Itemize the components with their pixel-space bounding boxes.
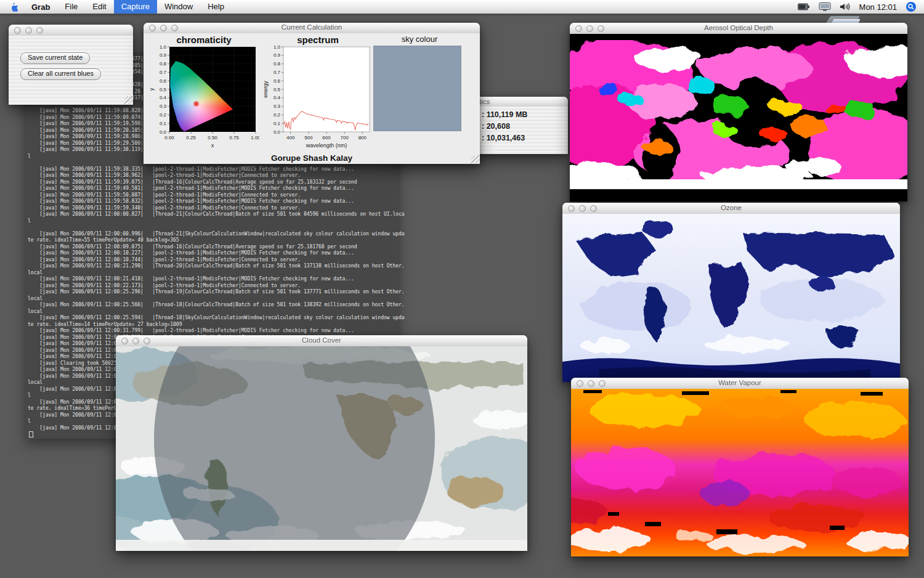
state-content: Save current state Clear all current blu… [9,36,133,105]
water-vapour-map [571,389,909,556]
svg-text:0.7: 0.7 [160,70,167,75]
aerosol-map [570,34,907,201]
state-titlebar[interactable] [9,25,133,36]
menu-item-edit[interactable]: Edit [85,0,113,14]
svg-text:0.4: 0.4 [160,95,167,100]
svg-text:700: 700 [340,135,349,140]
white-point-marker [194,102,198,106]
svg-text:0.25: 0.25 [186,135,196,140]
ozone-titlebar[interactable]: Ozone [562,203,900,214]
cloud-cover-titlebar[interactable]: Cloud Cover [116,335,527,347]
ozone-map [562,214,900,382]
svg-text:0.75: 0.75 [229,135,239,140]
sky-colour-swatch [373,46,461,131]
svg-text:400: 400 [286,135,295,140]
volume-icon[interactable] [840,2,851,11]
menu-item-file[interactable]: File [57,0,85,14]
save-current-state-button[interactable]: Save current state [20,52,90,64]
calc-footer-text: Gorupe Shash Kalay [144,153,480,163]
aerosol-titlebar[interactable]: Aerosol Optical Depth [570,23,907,35]
svg-text:wavelength (nm): wavelength (nm) [306,142,347,149]
svg-text:1.00: 1.00 [251,135,259,140]
window-aerosol: Aerosol Optical Depth [570,23,907,201]
spotlight-icon[interactable] [906,1,917,12]
svg-text:x: x [211,142,214,149]
svg-text:1.0: 1.0 [160,46,167,50]
menu-app-name[interactable]: Grab [24,2,57,12]
display-icon[interactable] [819,2,831,11]
svg-text:1.0: 1.0 [274,46,281,50]
calc-content: chromaticity 0.00.10.20.30.40.50.60.70.8… [144,33,480,164]
svg-text:0.3: 0.3 [274,104,281,109]
traffic-lights [14,27,43,34]
svg-text:0.4: 0.4 [274,95,281,100]
svg-text:0.6: 0.6 [160,78,167,84]
chromaticity-panel: chromaticity 0.00.10.20.30.40.50.60.70.8… [148,35,259,161]
menu-item-window[interactable]: Window [157,0,200,14]
desktop: Grab FileEditCaptureWindowHelp Mon 12:01 [0,0,924,578]
stats-rows: : 110,119 MB: 20,608: 10,031,463 [482,110,527,145]
svg-text:energy: energy [262,81,269,98]
window-cloud-cover: Cloud Cover [116,335,527,551]
svg-text:0.8: 0.8 [160,61,167,67]
menu-items: FileEditCaptureWindowHelp [57,0,232,14]
minimize-button[interactable] [25,27,32,34]
svg-text:0.5: 0.5 [160,87,167,92]
svg-text:0.00: 0.00 [164,135,174,140]
menu-item-help[interactable]: Help [200,0,232,14]
svg-text:0.0: 0.0 [274,129,281,135]
water-vapour-titlebar[interactable]: Water Vapour [571,378,909,389]
window-title: Aerosol Optical Depth [570,24,907,31]
cloud-cover-map [116,346,527,551]
window-state: Save current state Clear all current blu… [9,25,133,105]
svg-text:0.1: 0.1 [274,121,281,126]
window-current-calculation: Current Calculation chromaticity 0.00.10… [144,23,480,164]
svg-text:y: y [148,88,155,91]
window-title: Ozone [562,204,900,211]
zoom-button[interactable] [36,27,43,34]
window-title: Cloud Cover [116,336,527,344]
calc-titlebar[interactable]: Current Calculation [144,23,480,34]
svg-text:0.0: 0.0 [160,129,167,135]
spectrum-label: spectrum [262,35,373,46]
window-title: tics [479,98,490,105]
resize-grip[interactable] [124,96,132,104]
svg-text:0.6: 0.6 [274,78,281,84]
svg-text:0.8: 0.8 [274,61,281,67]
svg-text:0.2: 0.2 [274,112,281,118]
resize-grip[interactable] [471,155,479,163]
apple-icon [9,2,18,12]
chromaticity-label: chromaticity [148,35,259,46]
window-water-vapour: Water Vapour [571,378,909,556]
window-ozone: Ozone [562,203,900,382]
battery-icon[interactable] [798,3,810,10]
svg-text:0.2: 0.2 [160,112,167,118]
menu-item-capture[interactable]: Capture [114,0,157,14]
svg-text:0.1: 0.1 [160,121,167,126]
apple-menu[interactable] [0,2,24,12]
svg-text:600: 600 [322,135,331,140]
svg-text:0.9: 0.9 [160,52,167,58]
menu-bar: Grab FileEditCaptureWindowHelp Mon 12:01 [0,0,924,14]
svg-text:800: 800 [359,135,367,140]
svg-text:0.50: 0.50 [208,135,217,140]
spectrum-panel: spectrum 0.00.10.20.30.40.50.60.70.80.91… [262,35,373,161]
menu-status-area: Mon 12:01 [798,1,924,12]
sky-colour-panel: sky colour [373,35,466,161]
sky-colour-label: sky colour [373,35,466,46]
window-title: Current Calculation [144,23,480,31]
svg-text:0.7: 0.7 [274,70,281,75]
svg-text:0.3: 0.3 [160,104,167,109]
menu-clock[interactable]: Mon 12:01 [859,2,897,12]
close-button[interactable] [14,27,21,34]
svg-text:0.9: 0.9 [274,52,281,58]
clear-current-blues-button[interactable]: Clear all current blues [20,68,101,80]
terminal-cursor [29,431,33,438]
svg-text:500: 500 [304,135,313,140]
window-title: Water Vapour [571,379,909,386]
svg-text:0.5: 0.5 [274,87,281,92]
spectrum-chart: 0.00.10.20.30.40.50.60.70.80.91.04005006… [262,46,373,149]
